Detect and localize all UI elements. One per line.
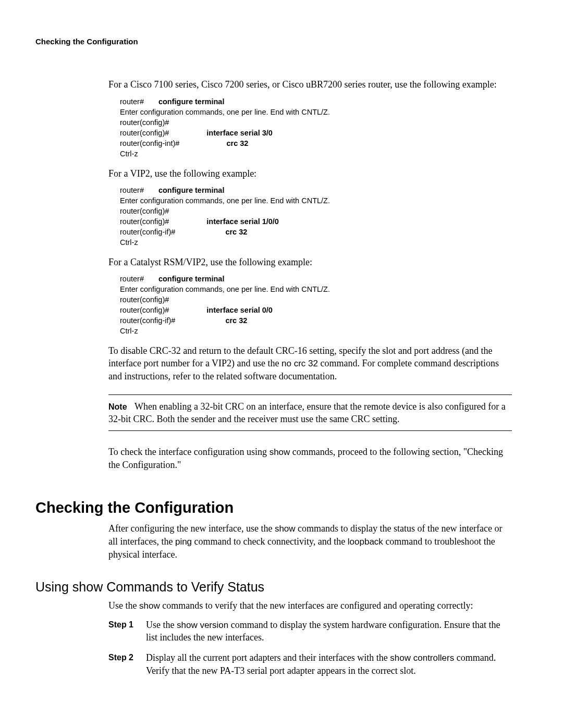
steps-list: Step 1 Use the show version command to d… [108,619,512,677]
step-row: Step 2 Display all the current port adap… [108,651,512,677]
section-heading: Checking the Configuration [35,498,512,518]
running-header: Checking the Configuration [35,36,512,47]
text: Use the [146,620,177,630]
text: Use the [108,600,139,611]
output-line: Enter configuration commands, one per li… [120,195,512,206]
step-body: Display all the current port adapters an… [146,651,512,677]
text: To check the interface configuration usi… [108,447,270,457]
output-line: Enter configuration commands, one per li… [120,107,512,117]
inline-command: show controllers [390,653,454,663]
inline-command: loopback [348,537,383,547]
note-box: Note When enabling a 32-bit CRC on an in… [108,394,512,431]
inline-command: show version [177,620,228,630]
prompt: router(config-int)# [120,139,179,147]
disable-paragraph: To disable CRC-32 and return to the defa… [108,344,512,383]
text: Display all the current port adapters an… [146,652,390,663]
cmd: crc 32 [225,228,247,236]
prompt: router# [120,275,144,283]
prompt: router(config)# [120,129,169,137]
cmd: interface serial 1/0/0 [206,217,279,226]
catalyst-paragraph: For a Catalyst RSM/VIP2, use the followi… [108,256,512,268]
output-line: Ctrl-z [120,149,512,159]
subsection-intro-paragraph: Use the show commands to verify that the… [108,599,512,612]
section-intro-paragraph: After configuring the new interface, use… [108,522,512,561]
prompt: router(config)# [120,294,512,305]
inline-command: show [270,447,290,457]
cmd: configure terminal [158,97,225,106]
inline-command: no crc 32 [282,359,318,368]
text: After configuring the new interface, use… [108,523,275,534]
cmd: interface serial 3/0 [206,129,273,137]
prompt: router(config)# [120,206,512,216]
prompt: router(config-if)# [120,316,175,325]
example-block-3: router#configure terminal Enter configur… [120,274,512,336]
output-line: Ctrl-z [120,237,512,248]
check-paragraph: To check the interface configuration usi… [108,446,512,471]
inline-command: show [275,524,296,534]
output-line: Enter configuration commands, one per li… [120,284,512,294]
prompt: router# [120,186,144,194]
cmd: configure terminal [158,186,225,194]
output-line: Ctrl-z [120,326,512,336]
cmd: crc 32 [226,139,248,147]
step-label: Step 1 [108,619,146,644]
prompt: router(config)# [120,117,512,128]
intro-paragraph: For a Cisco 7100 series, Cisco 7200 seri… [108,78,512,91]
cmd: crc 32 [225,316,247,325]
cmd: configure terminal [158,275,225,283]
example-block-1: router#configure terminal Enter configur… [120,96,512,159]
inline-command: show [139,601,160,611]
vip2-paragraph: For a VIP2, use the following example: [108,167,512,180]
step-body: Use the show version command to display … [146,619,512,644]
cmd: interface serial 0/0 [206,306,273,314]
prompt: router# [120,97,144,106]
step-row: Step 1 Use the show version command to d… [108,619,512,644]
example-block-2: router#configure terminal Enter configur… [120,185,512,248]
prompt: router(config-if)# [120,228,175,236]
prompt: router(config)# [120,306,169,314]
prompt: router(config)# [120,217,169,226]
subsection-heading: Using show Commands to Verify Status [35,578,512,596]
note-text: When enabling a 32-bit CRC on an interfa… [108,401,506,424]
text: commands to verify that the new interfac… [160,600,473,611]
note-label: Note [108,402,127,411]
step-label: Step 2 [108,651,146,677]
text: command to check connectivity, and the [192,536,348,547]
inline-command: ping [175,537,192,547]
